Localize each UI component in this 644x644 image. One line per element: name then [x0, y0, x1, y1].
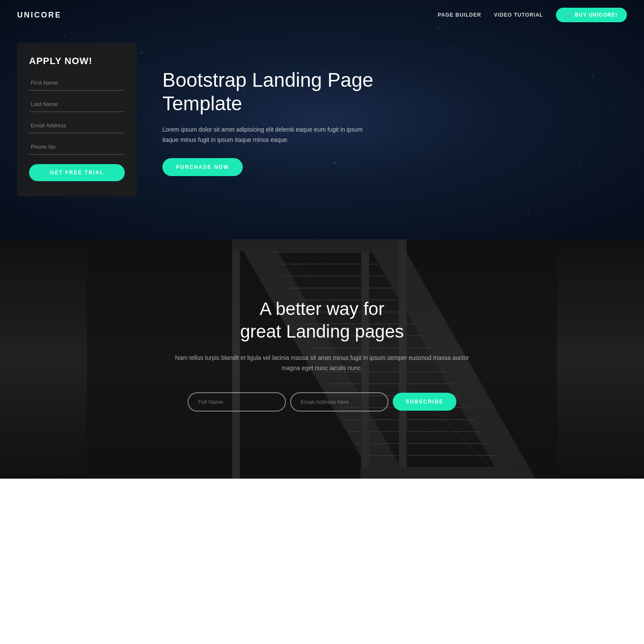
svg-rect-28: [361, 468, 527, 479]
section2: A better way for great Landing pages Nam…: [0, 239, 644, 479]
subscribe-button[interactable]: SUBSCRIBE: [393, 393, 456, 411]
email-input[interactable]: [29, 118, 125, 133]
apply-form-card: APPLY NOW! GET FREE TRIAL: [17, 43, 137, 197]
svg-rect-27: [232, 239, 399, 251]
hero-section: UNICORE PAGE BUILDER VIDEO TUTORIAL 🛒 BU…: [0, 0, 644, 239]
subscribe-email-input[interactable]: [290, 392, 388, 412]
nav-links: PAGE BUILDER VIDEO TUTORIAL 🛒 BUY UNICOR…: [438, 8, 627, 22]
form-title: APPLY NOW!: [29, 56, 125, 67]
hero-description: Lorem ipsum dolor sit amet adipisicing e…: [162, 125, 368, 145]
brand-logo: UNICORE: [17, 11, 62, 20]
cart-icon: 🛒: [565, 12, 572, 18]
first-name-input[interactable]: [29, 75, 125, 91]
navbar: UNICORE PAGE BUILDER VIDEO TUTORIAL 🛒 BU…: [0, 0, 644, 30]
purchase-now-button[interactable]: PURCHASE NOW: [162, 158, 243, 176]
section2-content: A better way for great Landing pages Nam…: [173, 298, 472, 412]
section2-heading: A better way for great Landing pages: [173, 298, 472, 343]
video-tutorial-link[interactable]: VIDEO TUTORIAL: [494, 12, 543, 18]
subscribe-row: SUBSCRIBE: [173, 392, 472, 412]
section2-description: Nam tellus turpis blandit et ligula vel …: [173, 353, 472, 373]
phone-input[interactable]: [29, 139, 125, 155]
buy-button[interactable]: 🛒 BUY UNICORE!: [556, 8, 627, 22]
hero-text: Bootstrap Landing PageTemplate Lorem ips…: [162, 43, 627, 176]
subscribe-fullname-input[interactable]: [188, 392, 286, 412]
hero-body: APPLY NOW! GET FREE TRIAL Bootstrap Land…: [0, 30, 644, 222]
page-builder-link[interactable]: PAGE BUILDER: [438, 12, 481, 18]
hero-heading: Bootstrap Landing PageTemplate: [162, 68, 627, 115]
get-free-trial-button[interactable]: GET FREE TRIAL: [29, 164, 125, 181]
last-name-input[interactable]: [29, 97, 125, 112]
